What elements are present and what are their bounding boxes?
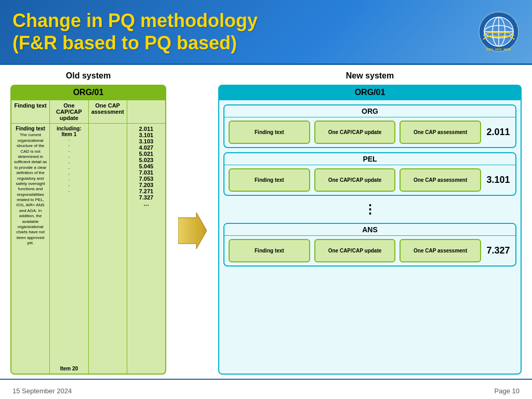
org-number: 2.011 (485, 127, 511, 138)
dot-3: · (68, 149, 70, 154)
dot-5: · (68, 160, 70, 166)
num-9: 7.053 (139, 176, 154, 182)
old-system-title: Old system (10, 71, 166, 81)
new-org-label: ORG/01 (218, 85, 522, 100)
dot-2: · (68, 143, 70, 149)
title-line2: (F&R based to PQ based) (12, 32, 237, 54)
header: Change in PQ methodology (F&R based to P… (0, 0, 532, 65)
finding-body: The current organizational structure of … (14, 132, 47, 246)
num-4: 4.027 (139, 144, 154, 151)
ans-assessment-cell: One CAP assessment (400, 239, 481, 262)
num-12: 7.327 (139, 194, 154, 201)
assessment-col (89, 124, 127, 374)
finding-bold: Finding text (14, 126, 47, 131)
org-assessment-cell: One CAP assessment (400, 121, 481, 144)
num-1: 2.011 (139, 126, 154, 132)
svg-marker-8 (178, 212, 207, 249)
ans-row: Finding text One CAP/CAP update One CAP … (224, 236, 515, 265)
item-1: Item 1 (61, 131, 76, 137)
page-title: Change in PQ methodology (F&R based to P… (12, 9, 258, 54)
new-table-wrapper: ORG Finding text One CAP/CAP update One … (218, 100, 522, 375)
num-8: 7.031 (139, 169, 154, 176)
dot-8: · (68, 177, 70, 183)
col-finding-header: Finding text (11, 100, 50, 123)
num-ellipsis: … (143, 201, 149, 207)
org-section-title: ORG (224, 105, 515, 117)
new-section-org: ORG Finding text One CAP/CAP update One … (223, 104, 516, 148)
ans-number: 7.327 (485, 245, 511, 256)
num-5: 5.021 (139, 151, 154, 157)
svg-text:ICAO · OACI · ИКАО: ICAO · OACI · ИКАО (486, 48, 511, 51)
title-line1: Change in PQ methodology (12, 10, 258, 31)
num-7: 5.045 (139, 163, 154, 169)
cap-items-col: including: Item 1 · · · · · · · · · · It… (50, 124, 88, 374)
footer-date: 15 September 2024 (12, 387, 72, 395)
numbers-col: 2.011 3.101 3.103 4.027 5.021 5.023 5.04… (127, 124, 165, 374)
new-section-ans: ANS Finding text One CAP/CAP update One … (223, 223, 516, 267)
finding-text-col: Finding text The current organizational … (11, 124, 50, 374)
icao-logo: ICAO · OACI · ИКАО (478, 11, 520, 52)
ans-section-title: ANS (224, 224, 515, 236)
pel-finding-cell: Finding text (229, 168, 310, 192)
col-cap-header: One CAP/CAP update (50, 100, 88, 123)
old-org-label: ORG/01 (10, 85, 166, 100)
main-content: Old system ORG/01 Finding text One CAP/C… (0, 65, 532, 379)
pel-number: 3.101 (485, 175, 511, 185)
col-numbers-header (127, 100, 165, 123)
ans-finding-cell: Finding text (229, 239, 310, 262)
pel-assessment-cell: One CAP assessment (400, 168, 481, 192)
footer-page: Page 10 (495, 387, 520, 395)
arrow-container (177, 71, 208, 375)
pel-cap-cell: One CAP/CAP update (314, 168, 396, 192)
ans-cap-cell: One CAP/CAP update (314, 239, 396, 262)
old-table-header: Finding text One CAP/CAP update One CAP … (11, 100, 165, 124)
num-10: 7.203 (139, 182, 154, 188)
org-row: Finding text One CAP/CAP update One CAP … (224, 117, 515, 147)
dot-10: · (68, 189, 70, 194)
dot-7: · (68, 171, 70, 177)
col-assessment-header: One CAP assessment (89, 100, 127, 123)
old-system-panel: Old system ORG/01 Finding text One CAP/C… (10, 71, 166, 375)
pel-row: Finding text One CAP/CAP update One CAP … (224, 165, 515, 195)
org-cap-cell: One CAP/CAP update (314, 121, 396, 144)
org-finding-cell: Finding text (229, 121, 310, 144)
old-table: Finding text One CAP/CAP update One CAP … (10, 100, 166, 375)
num-2: 3.101 (139, 132, 154, 138)
right-arrow-icon (178, 210, 207, 251)
num-6: 5.023 (139, 157, 154, 163)
dot-6: · (68, 166, 70, 171)
num-11: 7.271 (139, 188, 154, 194)
new-section-pel: PEL Finding text One CAP/CAP update One … (223, 152, 516, 196)
sections-dots: ⋮ (223, 200, 516, 219)
dot-9: · (68, 183, 70, 189)
item-20: Item 20 (60, 366, 78, 371)
dot-4: · (68, 154, 70, 160)
old-table-body: Finding text The current organizational … (11, 124, 165, 374)
num-3: 3.103 (139, 138, 154, 144)
including-label: including: (57, 126, 82, 131)
footer: 15 September 2024 Page 10 (0, 379, 532, 399)
pel-section-title: PEL (224, 153, 515, 165)
dot-1: · (68, 137, 70, 143)
new-system-title: New system (218, 71, 522, 81)
new-system-panel: New system ORG/01 ORG Finding text One C… (218, 71, 522, 375)
